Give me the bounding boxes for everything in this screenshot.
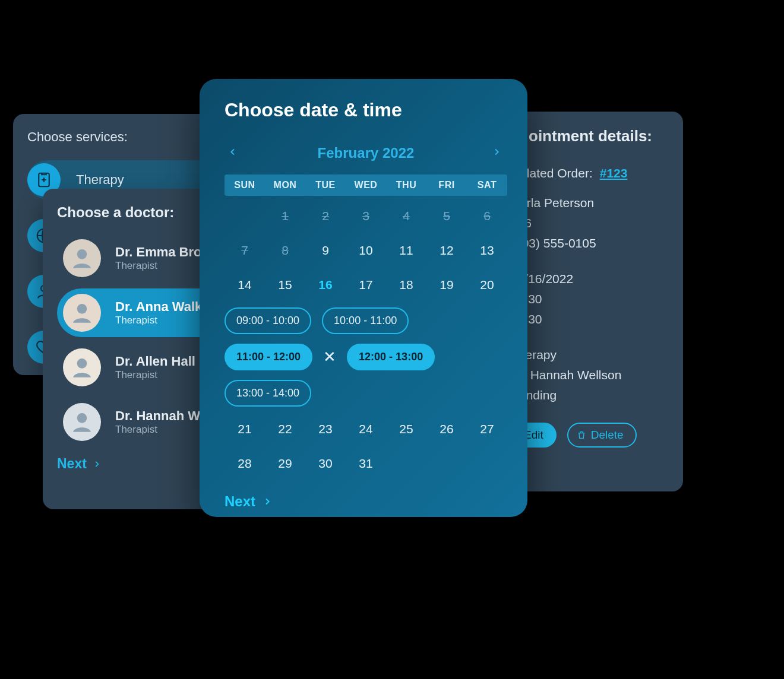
doctor-name: Dr. Hannah Wri [115,408,208,424]
day-of-week-label: FRI [426,180,467,191]
avatar [63,403,101,441]
calendar-day: 3 [346,204,386,228]
detail-service: Therapy [511,348,666,362]
calendar-day[interactable]: 16 [305,273,346,297]
avatar [63,294,101,332]
day-of-week-label: SUN [225,180,265,191]
doctors-next-label: Next [57,456,87,472]
trash-icon [577,430,586,440]
svg-point-4 [77,304,87,314]
chevron-right-icon [93,458,101,470]
delete-button[interactable]: Delete [567,423,637,448]
doctor-name: Dr. Emma Brow [115,245,212,260]
detail-time-start: 11:30 [511,292,666,306]
calendar-day: 2 [305,204,346,228]
svg-point-5 [77,358,87,369]
doctor-role: Therapist [115,315,210,326]
calendar-day[interactable]: 14 [225,273,265,297]
time-slots-row: 09:00 - 10:0010:00 - 11:0011:00 - 12:00✕… [225,307,507,407]
month-label: February 2022 [318,145,415,161]
datetime-next-button[interactable]: Next [225,493,507,510]
calendar-day[interactable]: 26 [426,417,467,441]
doctor-role: Therapist [115,369,195,381]
calendar-day[interactable]: 10 [346,239,386,262]
calendar-day[interactable]: 9 [305,239,346,262]
calendar-day: 8 [265,239,305,262]
calendar-day[interactable]: 27 [467,417,507,441]
calendar-day[interactable]: 25 [386,417,426,441]
calendar-day[interactable]: 22 [265,417,305,441]
calendar-day: 7 [225,239,265,262]
day-of-week-label: SAT [467,180,507,191]
calendar-day[interactable]: 13 [467,239,507,262]
calendar-day[interactable]: 11 [386,239,426,262]
choose-datetime-title: Choose date & time [225,99,507,121]
service-item-label: Therapy [76,172,124,188]
next-month-button[interactable] [492,145,504,161]
detail-status: Pending [511,388,666,402]
close-icon[interactable]: ✕ [323,348,336,366]
datetime-next-label: Next [225,493,255,510]
calendar-day: 4 [386,204,426,228]
calendar-day[interactable]: 31 [346,452,386,475]
calendar-day[interactable]: 28 [225,452,265,475]
appointment-details-title: ointment details: [529,127,669,145]
calendar-grid-continued: 2122232425262728293031 [225,417,507,475]
choose-datetime-panel: Choose date & time February 2022 SUNMONT… [200,79,527,517]
doctor-role: Therapist [115,260,212,272]
calendar-day[interactable]: 30 [305,452,346,475]
delete-button-label: Delete [591,429,624,442]
prev-month-button[interactable] [228,145,240,161]
calendar-day[interactable]: 20 [467,273,507,297]
svg-point-6 [77,413,87,423]
calendar-day[interactable]: 21 [225,417,265,441]
detail-customer-number: 156 [511,216,666,230]
day-of-week-label: WED [346,180,386,191]
calendar-grid: 1234567891011121314151617181920 [225,204,507,297]
calendar-day[interactable]: 12 [426,239,467,262]
detail-time-end: 12:30 [511,312,666,326]
calendar-day[interactable]: 23 [305,417,346,441]
detail-doctor: Dr. Hannah Wellson [511,368,666,382]
detail-date: 02/16/2022 [511,272,666,286]
calendar-day[interactable]: 29 [265,452,305,475]
time-slot[interactable]: 12:00 - 13:00 [347,344,435,370]
day-of-week-label: MON [265,180,305,191]
calendar-day[interactable]: 24 [346,417,386,441]
doctor-role: Therapist [115,424,208,436]
time-slot[interactable]: 11:00 - 12:00 [225,344,312,370]
calendar-day: 1 [265,204,305,228]
time-slot[interactable]: 09:00 - 10:00 [225,307,311,334]
calendar-day[interactable]: 15 [265,273,305,297]
calendar-day: 6 [467,204,507,228]
doctor-name: Dr. Anna Walke [115,299,210,315]
detail-customer-phone: (303) 555-0105 [511,236,666,250]
detail-customer-name: Darla Peterson [511,196,666,210]
avatar [63,348,101,386]
avatar [63,239,101,277]
day-of-week-label: TUE [305,180,346,191]
day-of-week-header: SUNMONTUEWEDTHUFRISAT [225,174,507,196]
svg-point-3 [77,249,87,259]
day-of-week-label: THU [386,180,426,191]
related-order-link[interactable]: #123 [600,166,628,180]
calendar-day[interactable]: 19 [426,273,467,297]
chevron-right-icon [263,495,272,508]
calendar-day: 5 [426,204,467,228]
doctor-name: Dr. Allen Hall [115,354,195,369]
calendar-day[interactable]: 17 [346,273,386,297]
calendar-day[interactable]: 18 [386,273,426,297]
time-slot[interactable]: 10:00 - 11:00 [322,307,409,334]
time-slot[interactable]: 13:00 - 14:00 [225,380,311,407]
